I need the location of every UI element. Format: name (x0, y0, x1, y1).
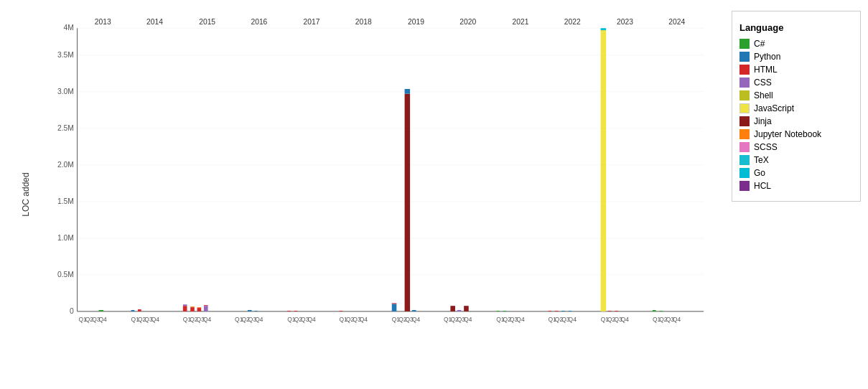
svg-rect-90 (204, 305, 208, 306)
svg-rect-83 (183, 306, 187, 311)
legend-color-shell (739, 90, 750, 100)
svg-text:3.0M: 3.0M (57, 88, 74, 95)
svg-rect-85 (190, 307, 195, 311)
legend-label-shell: Shell (754, 90, 773, 100)
svg-rect-111 (601, 28, 607, 30)
svg-text:Q4: Q4 (255, 316, 263, 323)
svg-text:2.0M: 2.0M (57, 161, 74, 169)
legend-label-css: CSS (754, 78, 772, 88)
legend-label-csharp: C# (754, 39, 765, 49)
svg-text:2017: 2017 (304, 18, 320, 26)
legend-item-python: Python (739, 52, 853, 62)
svg-rect-105 (503, 311, 507, 311)
legend-label-go: Go (754, 168, 765, 178)
svg-text:Q4: Q4 (360, 316, 368, 323)
y-axis-label: LOC added (21, 172, 31, 216)
svg-rect-81 (131, 310, 135, 311)
legend-color-scss (739, 142, 750, 152)
legend-item-jinja: Jinja (739, 116, 853, 126)
svg-text:2019: 2019 (408, 18, 424, 26)
svg-rect-98 (405, 94, 411, 311)
svg-rect-115 (659, 311, 663, 311)
legend-item-shell: Shell (739, 90, 853, 100)
legend-item-scss: SCSS (739, 142, 853, 152)
legend-color-html (739, 65, 750, 75)
svg-rect-113 (615, 311, 618, 311)
svg-text:3.5M: 3.5M (57, 51, 74, 59)
svg-text:Q4: Q4 (621, 316, 629, 323)
legend-label-tex: TeX (754, 155, 769, 165)
svg-text:Q4: Q4 (569, 316, 577, 323)
legend-item-csharp: C# (739, 39, 853, 49)
svg-rect-97 (392, 303, 397, 304)
legend-item-tex: TeX (739, 155, 853, 165)
svg-text:Q4: Q4 (99, 316, 107, 323)
legend-item-html: HTML (739, 65, 853, 75)
svg-text:Q4: Q4 (307, 316, 315, 323)
svg-text:2022: 2022 (564, 18, 581, 26)
svg-rect-103 (464, 306, 469, 311)
svg-text:Q4: Q4 (151, 316, 159, 323)
svg-text:Q4: Q4 (203, 316, 211, 323)
svg-rect-107 (555, 311, 559, 311)
legend-color-tex (739, 155, 750, 165)
svg-rect-104 (496, 311, 500, 311)
svg-rect-101 (450, 306, 455, 311)
svg-text:1.5M: 1.5M (57, 197, 74, 205)
legend-label-jinja: Jinja (754, 116, 772, 126)
svg-rect-95 (340, 311, 343, 311)
legend-item-go: Go (739, 168, 853, 178)
legend-item-javascript: JavaScript (739, 103, 853, 113)
legend-color-css (739, 78, 750, 88)
legend-color-csharp (739, 39, 750, 49)
svg-rect-92 (254, 311, 258, 311)
svg-text:2016: 2016 (251, 18, 267, 26)
legend-label-python: Python (754, 52, 780, 62)
svg-rect-106 (548, 311, 551, 311)
svg-rect-82 (138, 309, 141, 311)
svg-rect-86 (190, 306, 195, 307)
legend-item-css: CSS (739, 78, 853, 88)
legend-color-hcl (739, 181, 750, 191)
svg-rect-93 (287, 311, 291, 311)
legend-item-hcl: HCL (739, 181, 853, 191)
legend-color-jupyter (739, 129, 750, 139)
svg-text:0: 0 (70, 307, 74, 315)
svg-text:2.5M: 2.5M (57, 124, 74, 132)
svg-text:1.0M: 1.0M (57, 234, 74, 242)
svg-text:2015: 2015 (199, 18, 215, 26)
svg-rect-91 (248, 310, 252, 311)
chart-area: LOC added 0 0.5M 1.0M 1.5M 2.0 (0, 0, 724, 389)
svg-rect-94 (294, 311, 298, 311)
svg-rect-110 (601, 29, 607, 311)
legend-label-jupyter: Jupyter Notebook (754, 129, 821, 139)
chart-container: LOC added 0 0.5M 1.0M 1.5M 2.0 (0, 0, 868, 389)
svg-text:Q4: Q4 (516, 316, 524, 323)
legend-title: Language (739, 22, 853, 33)
legend-item-jupyter: Jupyter Notebook (739, 129, 853, 139)
legend: Language C# Python HTML CSS Shell JavaSc… (732, 11, 861, 202)
svg-rect-112 (608, 311, 612, 311)
svg-rect-88 (197, 307, 202, 308)
legend-color-go (739, 168, 750, 178)
legend-label-scss: SCSS (754, 142, 778, 152)
svg-text:Q4: Q4 (464, 316, 472, 323)
main-chart: 0 0.5M 1.0M 1.5M 2.0M 2.5M 3.0M 3.5M 4M … (50, 14, 717, 346)
svg-text:2018: 2018 (355, 18, 372, 26)
svg-text:2023: 2023 (617, 18, 633, 26)
svg-text:2024: 2024 (668, 18, 685, 26)
legend-color-javascript (739, 103, 750, 113)
svg-text:2020: 2020 (459, 18, 476, 26)
svg-rect-96 (392, 304, 397, 311)
svg-text:4M: 4M (64, 24, 74, 32)
svg-rect-87 (197, 308, 202, 311)
svg-rect-109 (569, 311, 572, 311)
legend-label-hcl: HCL (754, 181, 771, 191)
svg-rect-108 (561, 311, 565, 311)
svg-rect-114 (653, 310, 656, 311)
svg-text:0.5M: 0.5M (57, 271, 74, 278)
svg-rect-100 (412, 310, 416, 311)
svg-rect-89 (204, 306, 208, 311)
svg-text:2021: 2021 (513, 18, 529, 26)
svg-rect-102 (457, 310, 462, 311)
